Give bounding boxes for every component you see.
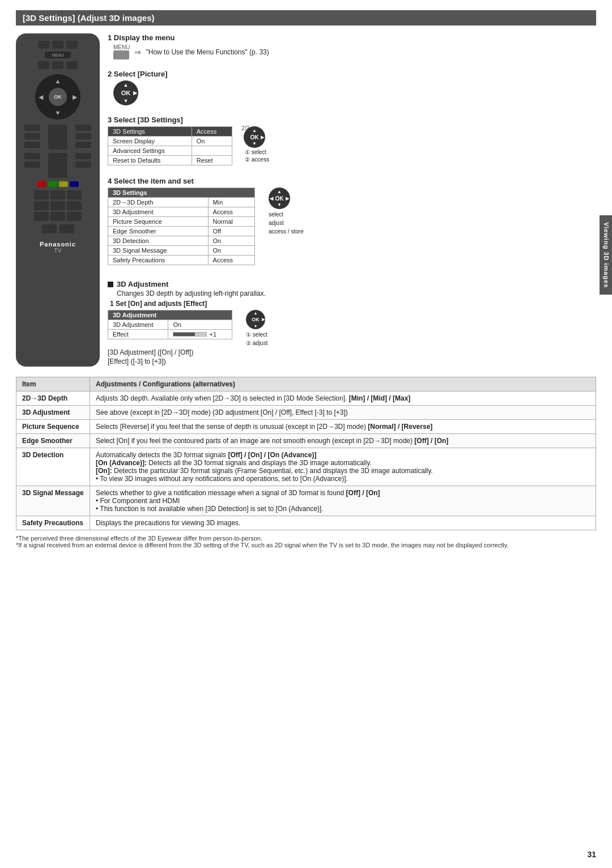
remote-green-btn[interactable] [48, 181, 57, 187]
step4-table-wrap: 3D Settings 2D→3D Depth Min 3D Adjustmen… [108, 188, 596, 265]
remote-menu-btn[interactable]: MENU [45, 52, 71, 58]
remote-btn-3[interactable] [66, 41, 78, 49]
adjustment-sub-step: 1 Set [On] and adjusts [Effect] [110, 300, 596, 308]
step1-block: 1 Display the menu MENU ⇒ "How to Use th… [108, 33, 596, 59]
remote-tv-label: TV [54, 248, 62, 254]
remote-sm-btn-3[interactable] [24, 142, 40, 148]
step3-cell-00: 3D Settings [108, 127, 192, 137]
step4-cell-60: Safety Precautions [108, 256, 209, 265]
remote-arrow-down[interactable]: ▼ [55, 109, 61, 116]
remote-sm-btn-4[interactable] [75, 125, 91, 131]
step3-cell-20: Advanced Settings [108, 146, 192, 156]
step3-row-0: 3D Settings Access [108, 127, 232, 137]
remote-lg-btn[interactable] [48, 125, 67, 150]
effect-bar: +1 [173, 331, 227, 338]
remote-arrow-left[interactable]: ◀ [39, 93, 43, 101]
step4-cell-10: 3D Adjustment [108, 207, 209, 217]
remote-sm-btn-5[interactable] [75, 133, 91, 139]
step3-row-2: Advanced Settings [108, 146, 232, 156]
bottom-item-1: 3D Adjustment [16, 406, 90, 420]
step3-table-container: 3D Settings Access Screen Display On Adv… [108, 126, 232, 165]
bottom-row-5: 3D Signal Message Selects whether to giv… [16, 486, 596, 516]
bottom-table: Item Adjustments / Configurations (alter… [16, 377, 596, 530]
step4-cell-40: 3D Detection [108, 236, 209, 246]
remote-num-1[interactable] [34, 190, 49, 199]
remote-num-misc[interactable] [60, 224, 74, 233]
remote-right-col [75, 125, 91, 150]
remote-ok-btn[interactable]: OK [49, 88, 67, 106]
remote-num-2[interactable] [50, 190, 65, 199]
remote-sm-btn-1[interactable] [24, 125, 40, 131]
remote-num-9[interactable] [67, 212, 82, 221]
remote-arrow-up[interactable]: ▲ [55, 78, 61, 84]
step3-cell-21 [192, 146, 232, 156]
step4-cell-50: 3D Signal Message [108, 246, 209, 256]
black-square-icon [108, 282, 113, 287]
remote-num-3[interactable] [67, 190, 82, 199]
step4-cell-20: Picture Sequence [108, 217, 209, 227]
adj-cell-01: On [168, 320, 232, 330]
remote-sm-btn-2[interactable] [24, 133, 40, 139]
remote-btn-2[interactable] [52, 41, 63, 49]
step4-cell-51: On [208, 246, 254, 256]
bottom-desc-2: Selects [Reverse] if you feel that the s… [90, 420, 596, 434]
step3-table-wrap: 3D Settings Access Screen Display On Adv… [108, 126, 596, 165]
step3-table: 3D Settings Access Screen Display On Adv… [108, 126, 232, 165]
step4-cell-41: On [208, 236, 254, 246]
bottom-desc-3: Select [On] if you feel the contoured pa… [90, 434, 596, 448]
step3-select-note: ① select [245, 149, 269, 155]
bottom-row-1: 3D Adjustment See above (except in [2D→3… [16, 406, 596, 420]
adj-adjust-note: ② adjust [246, 340, 267, 346]
remote-num-7[interactable] [34, 212, 49, 221]
ok-label: OK [121, 90, 131, 96]
step3-cell-01: Access [192, 127, 232, 137]
remote-sm-btn-6[interactable] [75, 142, 91, 148]
page-header: [3D Settings] (Adjust 3D images) [16, 10, 596, 25]
bottom-item-3: Edge Smoother [16, 434, 90, 448]
bottom-row-2: Picture Sequence Selects [Reverse] if yo… [16, 420, 596, 434]
remote-num-8[interactable] [50, 212, 65, 221]
remote-btn-5[interactable] [52, 61, 63, 69]
remote-brand: Panasonic [40, 241, 76, 248]
adj-caption2: [Effect] ([-3] to [+3]) [108, 358, 596, 365]
menu-icon: MENU [113, 44, 130, 59]
remote-num-5[interactable] [50, 201, 65, 210]
ok-label-step3: OK [250, 134, 259, 141]
remote-sm-btn-7[interactable] [24, 153, 40, 159]
remote-num-6[interactable] [67, 201, 82, 210]
remote-sm-btn-8[interactable] [24, 161, 40, 168]
remote-btn-4[interactable] [38, 61, 49, 69]
remote-btn-6[interactable] [66, 61, 78, 69]
remote-blue-btn[interactable] [70, 181, 79, 187]
step4-cell-01: Min [208, 198, 254, 207]
remote-dpad[interactable]: ▲ ▼ ◀ ▶ OK [35, 74, 80, 120]
remote-btn-1[interactable] [38, 41, 49, 49]
step2-block: 2 Select [Picture] ▲ ▼ OK ▶ [108, 70, 596, 105]
effect-bar-track [173, 332, 207, 337]
content-area: 1 Display the menu MENU ⇒ "How to Use th… [108, 33, 596, 367]
remote-yellow-btn[interactable] [59, 181, 68, 187]
remote-arrow-right[interactable]: ▶ [73, 93, 77, 101]
adj-row-1: Effect +1 [108, 330, 232, 339]
side-tab: Viewing 3D images [600, 215, 612, 295]
remote-sm-btn-10[interactable] [75, 161, 91, 168]
step4-row-6: Safety Precautions Access [108, 256, 255, 265]
bottom-desc-6: Displays the precautions for viewing 3D … [90, 516, 596, 530]
remote-red-btn[interactable] [37, 181, 46, 187]
step4-table: 3D Settings 2D→3D Depth Min 3D Adjustmen… [108, 188, 255, 265]
ok-label-step4: OK [275, 195, 284, 202]
remote-sm-btn-9[interactable] [75, 153, 91, 159]
remote-num-4[interactable] [34, 201, 49, 210]
effect-bar-fill [173, 333, 195, 336]
step4-row-1: 3D Adjustment Access [108, 207, 255, 217]
adj-table: 3D Adjustment 3D Adjustment On Effect [108, 310, 232, 339]
step4-row-2: Picture Sequence Normal [108, 217, 255, 227]
step3-cell-30: Reset to Defaults [108, 156, 192, 165]
remote-lg-btn-2[interactable] [48, 153, 67, 178]
step4-ok-diagram: ▲ ▼ OK ▶ ◀ select adjust [269, 188, 304, 235]
step4-adjust-note: adjust [269, 220, 304, 226]
remote-num-0[interactable] [42, 224, 57, 233]
adj-select-note: ① select [246, 331, 267, 338]
step3-cell-10: Screen Display [108, 137, 192, 146]
ok-icon-diagram: ▲ ▼ OK ▶ [113, 80, 138, 105]
